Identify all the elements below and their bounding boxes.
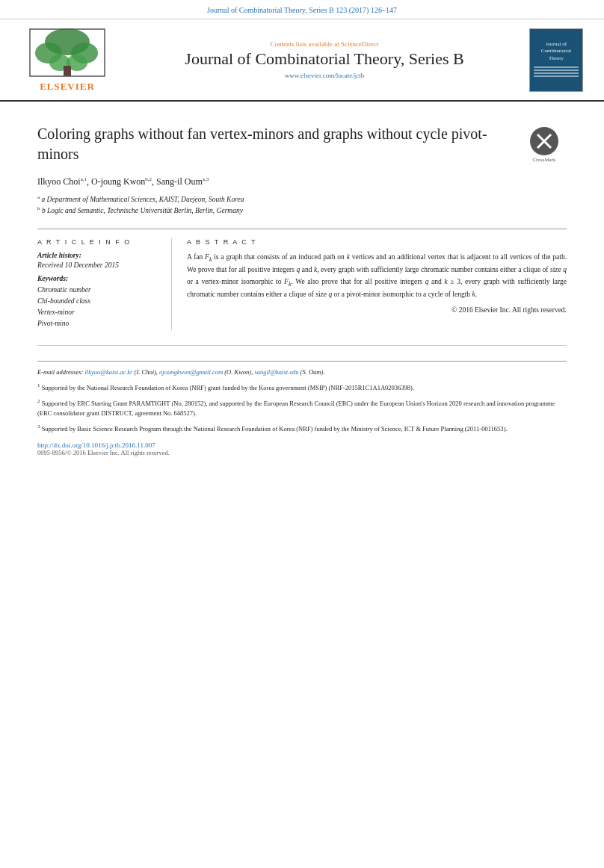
email-footnote: E-mail addresses: ilkyoo@kaist.ac.kr (I.…	[37, 368, 567, 377]
authors-line: Ilkyoo Choia,1, O-joung Kwonb,2, Sang-il…	[37, 176, 567, 187]
article-info-col: A R T I C L E I N F O Article history: R…	[37, 238, 172, 330]
affiliation-b-text: b b Logic and Semantic, Technische Unive…	[37, 205, 243, 216]
keyword-vertex: Vertex-minor	[37, 307, 161, 318]
affiliation-a-label: a Department of Mathematical Sciences, K…	[41, 196, 244, 203]
journal-cover-image: Journal of Combinatorial Theory	[529, 28, 583, 92]
email1-name: (I. Choi),	[135, 368, 158, 376]
journal-reference-bar: Journal of Combinatorial Theory, Series …	[0, 0, 604, 19]
fn1-text: Supported by the National Research Found…	[42, 384, 414, 391]
journal-reference-text: Journal of Combinatorial Theory, Series …	[207, 6, 397, 14]
affiliations: a a Department of Mathematical Sciences,…	[37, 193, 567, 217]
svg-rect-5	[64, 66, 71, 76]
elsevier-label: ELSEVIER	[40, 81, 95, 93]
issn-text: 0095-8956/© 2016 Elsevier Inc. All right…	[37, 449, 170, 456]
keywords-label: Keywords:	[37, 275, 161, 282]
journal-title-large: Journal of Combinatorial Theory, Series …	[120, 49, 529, 69]
crossmark-label: CrossMark	[532, 157, 555, 163]
keyword-chi: Chi-bounded class	[37, 296, 161, 307]
journal-url: www.elsevier.com/locate/jctb	[120, 72, 529, 79]
article-info-heading: A R T I C L E I N F O	[37, 238, 161, 246]
email-prefix: E-mail addresses:	[37, 368, 84, 376]
cover-decoration	[534, 65, 579, 78]
article-title-section: Coloring graphs without fan vertex-minor…	[37, 117, 567, 164]
abstract-col: A B S T R A C T A fan Fk is a graph that…	[187, 238, 567, 330]
affiliation-a: a a Department of Mathematical Sciences,…	[37, 193, 567, 205]
sciencedirect-line: Contents lists available at ScienceDirec…	[120, 40, 529, 48]
content-divider	[37, 345, 567, 346]
history-label: Article history:	[37, 252, 161, 259]
contents-prefix: Contents lists available at	[271, 40, 341, 48]
elsevier-logo: ELSEVIER	[15, 27, 120, 93]
elsevier-tree-icon	[26, 27, 108, 79]
email1-link[interactable]: ilkyoo@kaist.ac.kr	[84, 368, 132, 376]
crossmark-icon	[530, 127, 558, 155]
keyword-chromatic: Chromatic number	[37, 285, 161, 296]
fn3-number: 3	[37, 424, 40, 430]
keyword-pivot: Pivot-mino	[37, 318, 161, 329]
main-content: Coloring graphs without fan vertex-minor…	[0, 102, 604, 346]
journal-info-center: Contents lists available at ScienceDirec…	[120, 40, 529, 79]
doi-text[interactable]: http://dx.doi.org/10.1016/j.jctb.2016.11…	[37, 441, 155, 449]
affiliation-a-text: a a Department of Mathematical Sciences,…	[37, 193, 244, 205]
info-abstract-section: A R T I C L E I N F O Article history: R…	[37, 229, 567, 330]
issn-line: 0095-8956/© 2016 Elsevier Inc. All right…	[37, 449, 567, 456]
footnote-1: 1 Supported by the National Research Fou…	[37, 382, 567, 393]
footer-area: E-mail addresses: ilkyoo@kaist.ac.kr (I.…	[0, 361, 604, 456]
abstract-heading: A B S T R A C T	[187, 238, 567, 246]
email3-link[interactable]: sangil@kaist.edu	[254, 368, 298, 376]
journal-cover-area: Journal of Combinatorial Theory	[529, 28, 589, 92]
abstract-body: A fan Fk is a graph that consists of an …	[187, 252, 567, 301]
email2-link[interactable]: ojoungkwon@gmail.com	[159, 368, 223, 376]
article-title: Coloring graphs without fan vertex-minor…	[37, 124, 522, 164]
cover-text: Journal of Combinatorial Theory	[533, 41, 579, 61]
doi-line[interactable]: http://dx.doi.org/10.1016/j.jctb.2016.11…	[37, 441, 567, 449]
affiliation-b: b b Logic and Semantic, Technische Unive…	[37, 205, 567, 216]
fn1-number: 1	[37, 382, 40, 388]
email2-name: (O. Kwon),	[224, 368, 253, 376]
journal-header: ELSEVIER Contents lists available at Sci…	[0, 19, 604, 102]
crossmark-badge: CrossMark	[522, 124, 567, 163]
footer-divider	[37, 361, 567, 362]
email3-suffix: (S. Oum).	[301, 368, 325, 376]
fn2-number: 2	[37, 398, 40, 404]
sciencedirect-label: ScienceDirect	[341, 40, 378, 48]
footnote-3: 3 Supported by Basic Science Research Pr…	[37, 423, 567, 434]
received-date: Received 10 December 2015	[37, 261, 161, 269]
affiliation-b-label: b Logic and Semantic, Technische Univers…	[42, 208, 243, 215]
crossmark-svg	[530, 127, 558, 155]
elsevier-logo-area: ELSEVIER	[15, 27, 120, 93]
fn2-text: Supported by ERC Starting Grant PARAMTIG…	[37, 400, 555, 417]
copyright-notice: © 2016 Elsevier Inc. All rights reserved…	[187, 306, 567, 314]
footnote-2: 2 Supported by ERC Starting Grant PARAMT…	[37, 397, 567, 418]
fn3-text: Supported by Basic Science Research Prog…	[42, 425, 508, 433]
